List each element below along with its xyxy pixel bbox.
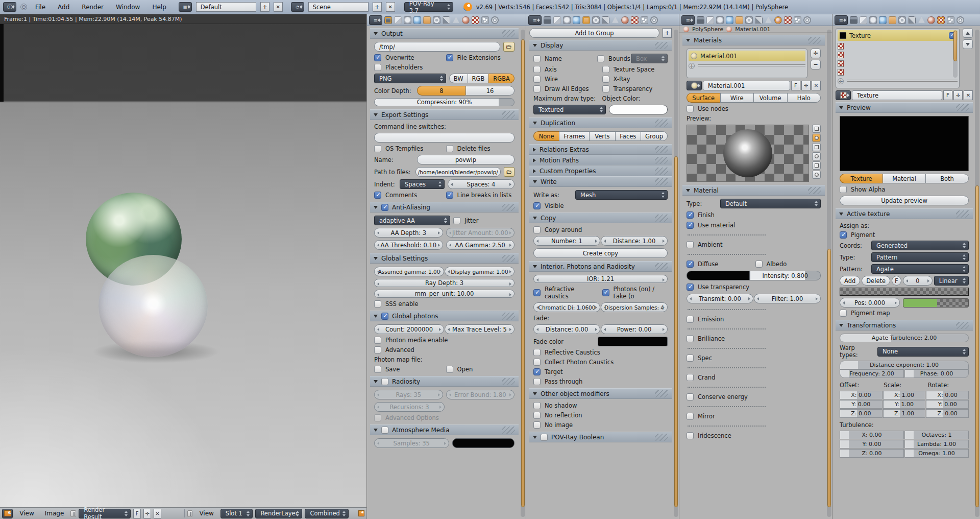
particles-tab-icon[interactable] (947, 16, 954, 24)
overwrite-checkbox[interactable]: Overwrite (374, 54, 443, 61)
warp-types-dropdown[interactable]: None (877, 347, 969, 357)
copy-distance-slider[interactable]: Distance: 1.00 (601, 236, 668, 246)
list-scrollbar-handle[interactable] (953, 31, 957, 61)
menu-render[interactable]: Render (78, 4, 108, 11)
panel-drag-handle[interactable] (655, 168, 668, 175)
add-layout-button[interactable]: ✛ (260, 2, 270, 12)
image-datablock-field[interactable]: Render Result (79, 509, 131, 518)
editor-type-button[interactable]: ≡ (369, 15, 382, 25)
screen-layout-field[interactable]: Default (196, 2, 256, 12)
os-tempfiles-checkbox[interactable]: OS Tempfiles (374, 145, 443, 152)
no-image-checkbox[interactable]: No image (533, 421, 668, 429)
move-texture-up-button[interactable] (963, 28, 973, 38)
fake-user-button[interactable]: F (133, 509, 141, 518)
delete-files-checkbox[interactable]: Delete files (446, 145, 515, 152)
empty-texture-slot-icon[interactable] (838, 69, 844, 76)
target-checkbox[interactable]: Target (533, 368, 668, 375)
render-result-image[interactable] (0, 24, 366, 507)
breadcrumb-material[interactable]: Material.001 (735, 26, 770, 33)
particles-tab-icon[interactable] (794, 16, 801, 24)
panel-display-header[interactable]: Display (529, 40, 672, 51)
panel-drag-handle[interactable] (502, 30, 515, 37)
panel-other-modifiers-header[interactable]: Other object modifiers (529, 388, 672, 399)
albedo-checkbox[interactable]: Albedo (755, 261, 821, 268)
editor-type-button[interactable] (2, 509, 13, 518)
menu-view[interactable]: View (15, 510, 38, 517)
panel-material-header[interactable]: Material (682, 185, 825, 196)
omega-field[interactable]: Omega: 1.00 (904, 449, 969, 458)
lambda-field[interactable]: Lambda: 1.00 (904, 440, 969, 449)
texture-slot-list[interactable]: Texture ✛ (836, 28, 960, 88)
error-bound-slider[interactable]: Error Bound: 1.80 (446, 390, 515, 399)
render-tab-icon[interactable] (850, 16, 857, 24)
panel-drag-handle[interactable] (808, 187, 821, 194)
data-tab-icon[interactable] (765, 16, 772, 24)
panel-drag-handle[interactable] (655, 120, 668, 127)
texture-tab-icon[interactable] (784, 16, 792, 24)
render-layers-tab-icon[interactable] (394, 16, 402, 24)
unlink-texture-button[interactable]: ✕ (964, 90, 973, 100)
panel-povray-boolean-header[interactable]: POV-Ray Boolean (529, 432, 672, 442)
aa-gamma-slider[interactable]: AA Gamma: 2.50 (446, 240, 515, 250)
panel-drag-handle[interactable] (655, 178, 668, 185)
data-tab-icon[interactable] (918, 16, 925, 24)
preview-texture-tab[interactable]: Texture (840, 174, 883, 183)
depth-8-button[interactable]: 8 (417, 86, 465, 96)
add-slot-icon[interactable]: ✛ (689, 63, 695, 69)
panel-drag-handle[interactable] (655, 157, 668, 164)
collect-photon-caustics-checkbox[interactable]: Collect Photon Caustics (533, 359, 668, 366)
display-axis-checkbox[interactable]: Axis (533, 66, 599, 73)
panel-custom-properties-header[interactable]: Custom Properties (529, 166, 672, 176)
preview-both-tab[interactable]: Both (925, 174, 969, 183)
ramp-index-slider[interactable]: 0 (903, 276, 933, 286)
panel-relations-extras-header[interactable]: Relations Extras (529, 144, 672, 155)
folder-browse-icon[interactable]: 🗁 (503, 42, 514, 52)
rotate-x-field[interactable]: X: 0.00 (926, 391, 969, 399)
move-texture-down-button[interactable] (963, 39, 973, 49)
render-tab-icon[interactable] (384, 16, 392, 24)
rotate-y-field[interactable]: Y: 0.00 (926, 400, 969, 409)
empty-texture-slot-icon[interactable] (838, 60, 844, 67)
ramp-delete-button[interactable]: Delete (862, 276, 890, 286)
scene-tab-icon[interactable] (716, 16, 724, 24)
physics-tab-icon[interactable] (491, 16, 499, 24)
create-copy-button[interactable]: Create copy (533, 248, 668, 258)
editor-type-button[interactable]: ≡ (835, 15, 848, 25)
scene-icon-button[interactable]: ◔ (291, 2, 304, 12)
scrollbar[interactable] (827, 30, 831, 517)
jitter-checkbox[interactable]: Jitter (453, 217, 514, 224)
panel-radiosity-header[interactable]: Radiosity (370, 376, 519, 387)
photon-open-checkbox[interactable]: Open (446, 366, 515, 373)
aa-enable-checkbox[interactable] (381, 204, 388, 211)
photon-media-checkbox[interactable]: Photon media enable (374, 337, 514, 344)
dup-group-button[interactable]: Group (641, 131, 668, 141)
material-tab-icon[interactable] (927, 16, 935, 24)
add-scene-button[interactable]: ✛ (373, 2, 382, 12)
fade-distance-slider[interactable]: Distance: 0.00 (533, 324, 600, 334)
delete-scene-button[interactable]: ✕ (386, 2, 395, 12)
breadcrumb-object[interactable]: PolySphere (692, 26, 723, 33)
render-engine-dropdown[interactable]: POV-Ray 3.7 (404, 2, 453, 12)
panel-drag-handle[interactable] (956, 104, 969, 111)
volume-tab[interactable]: Volume (753, 93, 787, 103)
mirror-checkbox[interactable]: Mirror (687, 413, 821, 420)
preview-sphere-button[interactable] (812, 134, 821, 142)
distance-exponent-field[interactable]: Distance exponent: 1.00 (840, 361, 969, 369)
panel-export-settings-header[interactable]: Export Settings (370, 109, 519, 120)
advanced-options-checkbox[interactable]: Advanced Options (374, 414, 514, 421)
new-image-button[interactable]: ✛ (143, 509, 151, 518)
material-slot-list[interactable]: Material.001 ✛ (687, 49, 807, 78)
panel-active-texture-header[interactable]: Active texture (836, 208, 973, 219)
texture-space-checkbox[interactable]: Texture Space (602, 66, 668, 73)
scene-tab-icon[interactable] (563, 16, 571, 24)
panel-drag-handle[interactable] (502, 378, 515, 385)
spaces-slider[interactable]: Spaces: 4 (448, 179, 514, 189)
cmd-switches-field[interactable] (374, 133, 514, 143)
photons-fake-checkbox[interactable]: Photons (on) / Fake (o (602, 286, 668, 300)
use-material-checkbox[interactable]: Use material (687, 222, 821, 229)
write-as-dropdown[interactable]: Mesh (575, 190, 668, 200)
material-name-field[interactable]: Material.001 (703, 81, 790, 90)
turbulence-x-field[interactable]: X: 0.00 (840, 431, 904, 439)
turbulence-z-field[interactable]: Z: 0.00 (840, 449, 904, 458)
ramp-add-button[interactable]: Add (840, 276, 860, 286)
